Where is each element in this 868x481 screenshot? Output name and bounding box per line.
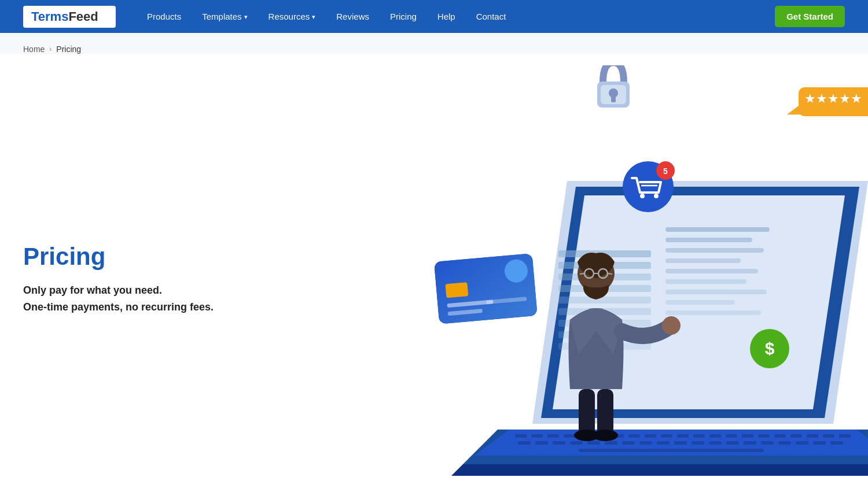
logo-text: TermsFeed	[31, 9, 98, 24]
svg-text:★★★★★: ★★★★★	[804, 91, 862, 106]
svg-rect-47	[570, 441, 583, 445]
svg-rect-29	[612, 434, 624, 438]
nav-item-help[interactable]: Help	[429, 7, 464, 26]
svg-rect-32	[661, 434, 672, 438]
svg-rect-39	[774, 434, 786, 438]
svg-point-73	[656, 161, 675, 180]
svg-rect-60	[796, 441, 808, 445]
svg-rect-68	[611, 95, 616, 102]
svg-rect-15	[558, 285, 651, 292]
svg-rect-7	[665, 269, 758, 273]
hero-illustration: 5	[417, 65, 868, 481]
logo[interactable]: TermsFeed	[23, 6, 116, 28]
svg-point-70	[640, 194, 645, 198]
svg-point-69	[623, 161, 674, 212]
nav-item-contact[interactable]: Contact	[468, 7, 514, 26]
svg-marker-0	[532, 181, 868, 424]
logo-feed: Feed	[68, 9, 98, 24]
svg-rect-4	[665, 238, 752, 242]
svg-rect-5	[665, 248, 764, 253]
svg-rect-75	[434, 253, 538, 324]
svg-rect-19	[558, 331, 651, 338]
breadcrumb-current: Pricing	[56, 45, 81, 54]
svg-rect-84	[799, 87, 868, 116]
svg-rect-38	[758, 434, 770, 438]
nav-item-resources[interactable]: Resources ▾	[260, 7, 324, 26]
svg-rect-12	[558, 250, 651, 257]
svg-rect-6	[665, 258, 741, 263]
svg-text:$: $	[765, 339, 775, 358]
svg-rect-23	[515, 434, 527, 438]
hero-subtitle: Only pay for what you need. One-time pay…	[23, 282, 312, 316]
svg-rect-25	[547, 434, 559, 438]
svg-point-93	[662, 316, 681, 335]
svg-marker-21	[463, 430, 868, 464]
svg-rect-46	[553, 441, 565, 445]
breadcrumb: Home › Pricing	[0, 33, 868, 54]
svg-rect-8	[665, 279, 746, 284]
svg-rect-78	[445, 282, 468, 298]
svg-rect-44	[518, 441, 531, 445]
svg-point-87	[578, 255, 615, 292]
breadcrumb-separator: ›	[49, 45, 52, 53]
nav-item-products[interactable]: Products	[139, 7, 189, 26]
logo-terms: Terms	[31, 9, 68, 24]
svg-rect-28	[596, 434, 608, 438]
svg-rect-35	[709, 434, 721, 438]
svg-rect-58	[761, 441, 774, 445]
nav-item-reviews[interactable]: Reviews	[328, 7, 377, 26]
svg-rect-80	[448, 309, 483, 316]
svg-rect-95	[597, 389, 613, 435]
svg-rect-56	[726, 441, 739, 445]
svg-rect-3	[665, 227, 770, 232]
svg-marker-1	[541, 187, 859, 418]
svg-rect-48	[587, 441, 600, 445]
svg-rect-59	[778, 441, 791, 445]
svg-point-97	[593, 430, 618, 441]
svg-rect-66	[601, 85, 626, 104]
svg-point-67	[609, 88, 618, 98]
svg-line-92	[608, 273, 612, 274]
svg-text:5: 5	[663, 166, 668, 176]
svg-rect-53	[674, 441, 687, 445]
svg-rect-31	[645, 434, 656, 438]
svg-rect-18	[558, 320, 651, 327]
svg-marker-2	[553, 195, 845, 409]
navbar: TermsFeed Products Templates ▾ Resources…	[0, 0, 868, 33]
svg-rect-34	[693, 434, 705, 438]
svg-point-82	[750, 329, 789, 368]
get-started-button[interactable]: Get Started	[775, 6, 845, 27]
svg-rect-94	[579, 389, 595, 435]
nav-item-templates[interactable]: Templates ▾	[194, 7, 255, 26]
breadcrumb-home[interactable]: Home	[23, 45, 45, 54]
svg-rect-36	[726, 434, 737, 438]
nav-links: Products Templates ▾ Resources ▾ Reviews…	[139, 7, 775, 26]
svg-rect-50	[622, 441, 635, 445]
svg-point-77	[503, 258, 528, 283]
svg-rect-40	[790, 434, 802, 438]
illustration-svg: 5	[417, 65, 868, 481]
hero-subtitle-line1: Only pay for what you need.	[23, 284, 162, 296]
svg-rect-27	[580, 434, 591, 438]
svg-rect-43	[839, 434, 851, 438]
svg-marker-22	[475, 430, 868, 456]
page-title: Pricing	[23, 243, 312, 271]
svg-rect-81	[486, 297, 527, 304]
svg-rect-17	[558, 308, 651, 315]
svg-rect-11	[665, 310, 761, 315]
hero-subtitle-line2: One-time payments, no recurring fees.	[23, 301, 214, 313]
svg-rect-41	[807, 434, 818, 438]
chevron-down-icon: ▾	[312, 13, 315, 21]
svg-rect-16	[558, 297, 651, 304]
hero-section: Pricing Only pay for what you need. One-…	[0, 54, 868, 481]
svg-rect-33	[677, 434, 689, 438]
svg-rect-52	[657, 441, 670, 445]
svg-point-88	[584, 269, 594, 278]
nav-item-pricing[interactable]: Pricing	[382, 7, 425, 26]
svg-rect-63	[579, 449, 764, 452]
svg-marker-64	[451, 464, 868, 476]
svg-rect-55	[709, 441, 722, 445]
chevron-down-icon: ▾	[244, 13, 248, 21]
svg-rect-45	[535, 441, 548, 445]
svg-rect-61	[813, 441, 826, 445]
